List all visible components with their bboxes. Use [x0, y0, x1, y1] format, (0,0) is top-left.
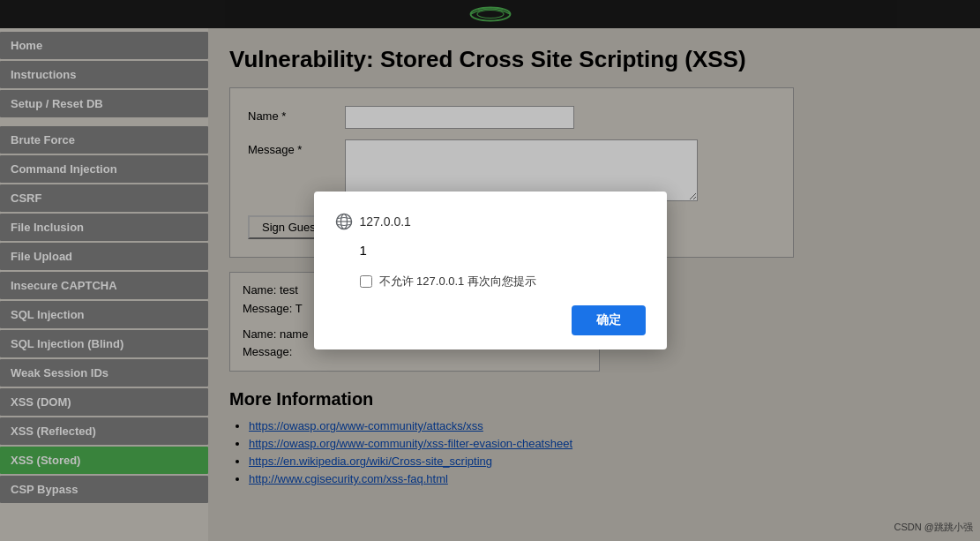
dialog-overlay: 127.0.0.1 1 不允许 127.0.0.1 再次向您提示 确定 — [0, 0, 980, 541]
dialog-checkbox-row: 不允许 127.0.0.1 再次向您提示 — [360, 274, 646, 289]
dialog-footer: 确定 — [335, 305, 646, 335]
globe-icon — [335, 213, 353, 230]
dialog-ok-button[interactable]: 确定 — [572, 305, 646, 335]
alert-dialog: 127.0.0.1 1 不允许 127.0.0.1 再次向您提示 确定 — [314, 192, 667, 349]
watermark: CSDN @跳跳小强 — [894, 521, 973, 534]
dialog-message: 1 — [360, 243, 646, 258]
dialog-header: 127.0.0.1 — [335, 213, 646, 230]
dialog-checkbox-label: 不允许 127.0.0.1 再次向您提示 — [379, 274, 536, 289]
dialog-checkbox[interactable] — [360, 275, 372, 288]
dialog-origin: 127.0.0.1 — [360, 214, 411, 229]
